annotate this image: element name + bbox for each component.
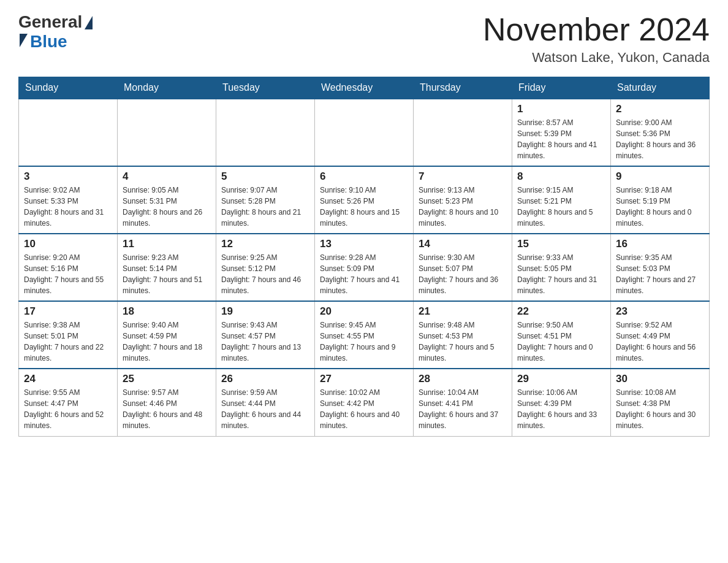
- calendar-cell: [19, 99, 118, 166]
- calendar-header-sunday: Sunday: [19, 77, 118, 99]
- calendar-header-row: SundayMondayTuesdayWednesdayThursdayFrid…: [19, 77, 710, 99]
- day-info: Sunrise: 9:50 AMSunset: 4:51 PMDaylight:…: [517, 320, 605, 364]
- day-info: Sunrise: 8:57 AMSunset: 5:39 PMDaylight:…: [517, 117, 605, 161]
- calendar-cell: 1Sunrise: 8:57 AMSunset: 5:39 PMDaylight…: [512, 99, 611, 166]
- calendar-cell: 16Sunrise: 9:35 AMSunset: 5:03 PMDayligh…: [611, 234, 710, 301]
- day-info: Sunrise: 9:35 AMSunset: 5:03 PMDaylight:…: [616, 252, 704, 296]
- calendar-cell: 22Sunrise: 9:50 AMSunset: 4:51 PMDayligh…: [512, 301, 611, 369]
- calendar-cell: 21Sunrise: 9:48 AMSunset: 4:53 PMDayligh…: [414, 301, 512, 369]
- day-info: Sunrise: 9:57 AMSunset: 4:46 PMDaylight:…: [123, 387, 211, 431]
- day-number: 6: [320, 170, 408, 183]
- day-number: 4: [123, 170, 211, 183]
- day-number: 12: [221, 238, 309, 250]
- day-info: Sunrise: 9:05 AMSunset: 5:31 PMDaylight:…: [123, 185, 211, 229]
- calendar-cell: 9Sunrise: 9:18 AMSunset: 5:19 PMDaylight…: [611, 166, 710, 234]
- calendar-cell: 20Sunrise: 9:45 AMSunset: 4:55 PMDayligh…: [315, 301, 414, 369]
- calendar-cell: 19Sunrise: 9:43 AMSunset: 4:57 PMDayligh…: [216, 301, 315, 369]
- calendar-cell: 12Sunrise: 9:25 AMSunset: 5:12 PMDayligh…: [216, 234, 315, 301]
- calendar-cell: [414, 99, 512, 166]
- calendar-cell: [118, 99, 216, 166]
- day-number: 5: [221, 170, 309, 183]
- calendar-cell: 5Sunrise: 9:07 AMSunset: 5:28 PMDaylight…: [216, 166, 315, 234]
- day-info: Sunrise: 9:02 AMSunset: 5:33 PMDaylight:…: [24, 185, 112, 229]
- day-info: Sunrise: 9:43 AMSunset: 4:57 PMDaylight:…: [221, 320, 309, 364]
- day-info: Sunrise: 9:48 AMSunset: 4:53 PMDaylight:…: [419, 320, 507, 364]
- day-info: Sunrise: 9:45 AMSunset: 4:55 PMDaylight:…: [320, 320, 408, 364]
- calendar-week-1: 1Sunrise: 8:57 AMSunset: 5:39 PMDaylight…: [19, 99, 710, 166]
- calendar-cell: 30Sunrise: 10:08 AMSunset: 4:38 PMDaylig…: [611, 369, 710, 436]
- logo-general-text: General: [18, 12, 82, 32]
- day-number: 17: [24, 305, 112, 318]
- day-info: Sunrise: 9:25 AMSunset: 5:12 PMDaylight:…: [221, 252, 309, 296]
- calendar-cell: 2Sunrise: 9:00 AMSunset: 5:36 PMDaylight…: [611, 99, 710, 166]
- day-number: 26: [221, 373, 309, 385]
- calendar-cell: 8Sunrise: 9:15 AMSunset: 5:21 PMDaylight…: [512, 166, 611, 234]
- logo-blue-text: Blue: [30, 32, 67, 52]
- day-number: 13: [320, 238, 408, 250]
- day-info: Sunrise: 9:20 AMSunset: 5:16 PMDaylight:…: [24, 252, 112, 296]
- day-number: 8: [517, 170, 605, 183]
- calendar-cell: 28Sunrise: 10:04 AMSunset: 4:41 PMDaylig…: [414, 369, 512, 436]
- day-info: Sunrise: 9:00 AMSunset: 5:36 PMDaylight:…: [616, 117, 704, 161]
- day-info: Sunrise: 10:06 AMSunset: 4:39 PMDaylight…: [517, 387, 605, 431]
- day-info: Sunrise: 9:30 AMSunset: 5:07 PMDaylight:…: [419, 252, 507, 296]
- calendar-cell: 25Sunrise: 9:57 AMSunset: 4:46 PMDayligh…: [118, 369, 216, 436]
- calendar-cell: 13Sunrise: 9:28 AMSunset: 5:09 PMDayligh…: [315, 234, 414, 301]
- calendar-cell: 17Sunrise: 9:38 AMSunset: 5:01 PMDayligh…: [19, 301, 118, 369]
- calendar-cell: 4Sunrise: 9:05 AMSunset: 5:31 PMDaylight…: [118, 166, 216, 234]
- logo: General Blue: [18, 12, 93, 52]
- calendar-cell: 10Sunrise: 9:20 AMSunset: 5:16 PMDayligh…: [19, 234, 118, 301]
- day-number: 16: [616, 238, 704, 250]
- day-number: 23: [616, 305, 704, 318]
- day-number: 14: [419, 238, 507, 250]
- calendar-cell: 29Sunrise: 10:06 AMSunset: 4:39 PMDaylig…: [512, 369, 611, 436]
- day-number: 22: [517, 305, 605, 318]
- day-info: Sunrise: 10:04 AMSunset: 4:41 PMDaylight…: [419, 387, 507, 431]
- day-number: 2: [616, 103, 704, 115]
- day-info: Sunrise: 9:23 AMSunset: 5:14 PMDaylight:…: [123, 252, 211, 296]
- day-number: 28: [419, 373, 507, 385]
- calendar-table: SundayMondayTuesdayWednesdayThursdayFrid…: [18, 77, 710, 437]
- day-info: Sunrise: 9:10 AMSunset: 5:26 PMDaylight:…: [320, 185, 408, 229]
- calendar-cell: 26Sunrise: 9:59 AMSunset: 4:44 PMDayligh…: [216, 369, 315, 436]
- calendar-header-thursday: Thursday: [414, 77, 512, 99]
- day-info: Sunrise: 10:08 AMSunset: 4:38 PMDaylight…: [616, 387, 704, 431]
- day-info: Sunrise: 9:18 AMSunset: 5:19 PMDaylight:…: [616, 185, 704, 229]
- day-info: Sunrise: 9:33 AMSunset: 5:05 PMDaylight:…: [517, 252, 605, 296]
- calendar-week-4: 17Sunrise: 9:38 AMSunset: 5:01 PMDayligh…: [19, 301, 710, 369]
- calendar-header-wednesday: Wednesday: [315, 77, 414, 99]
- month-title: November 2024: [483, 12, 710, 47]
- calendar-header-tuesday: Tuesday: [216, 77, 315, 99]
- calendar-cell: 24Sunrise: 9:55 AMSunset: 4:47 PMDayligh…: [19, 369, 118, 436]
- calendar-cell: [216, 99, 315, 166]
- day-info: Sunrise: 9:28 AMSunset: 5:09 PMDaylight:…: [320, 252, 408, 296]
- day-info: Sunrise: 9:40 AMSunset: 4:59 PMDaylight:…: [123, 320, 211, 364]
- calendar-cell: 11Sunrise: 9:23 AMSunset: 5:14 PMDayligh…: [118, 234, 216, 301]
- day-number: 25: [123, 373, 211, 385]
- day-number: 3: [24, 170, 112, 183]
- calendar-cell: [315, 99, 414, 166]
- calendar-week-5: 24Sunrise: 9:55 AMSunset: 4:47 PMDayligh…: [19, 369, 710, 436]
- day-number: 27: [320, 373, 408, 385]
- day-number: 7: [419, 170, 507, 183]
- day-number: 15: [517, 238, 605, 250]
- day-number: 19: [221, 305, 309, 318]
- calendar-cell: 3Sunrise: 9:02 AMSunset: 5:33 PMDaylight…: [19, 166, 118, 234]
- day-info: Sunrise: 9:38 AMSunset: 5:01 PMDaylight:…: [24, 320, 112, 364]
- page-header: General Blue November 2024 Watson Lake, …: [18, 12, 710, 66]
- day-number: 29: [517, 373, 605, 385]
- location-title: Watson Lake, Yukon, Canada: [483, 50, 710, 66]
- calendar-cell: 23Sunrise: 9:52 AMSunset: 4:49 PMDayligh…: [611, 301, 710, 369]
- title-section: November 2024 Watson Lake, Yukon, Canada: [483, 12, 710, 66]
- day-number: 11: [123, 238, 211, 250]
- day-info: Sunrise: 9:55 AMSunset: 4:47 PMDaylight:…: [24, 387, 112, 431]
- day-info: Sunrise: 9:15 AMSunset: 5:21 PMDaylight:…: [517, 185, 605, 229]
- day-number: 20: [320, 305, 408, 318]
- calendar-header-monday: Monday: [118, 77, 216, 99]
- day-info: Sunrise: 9:07 AMSunset: 5:28 PMDaylight:…: [221, 185, 309, 229]
- day-info: Sunrise: 10:02 AMSunset: 4:42 PMDaylight…: [320, 387, 408, 431]
- day-number: 30: [616, 373, 704, 385]
- calendar-header-saturday: Saturday: [611, 77, 710, 99]
- calendar-cell: 6Sunrise: 9:10 AMSunset: 5:26 PMDaylight…: [315, 166, 414, 234]
- day-number: 10: [24, 238, 112, 250]
